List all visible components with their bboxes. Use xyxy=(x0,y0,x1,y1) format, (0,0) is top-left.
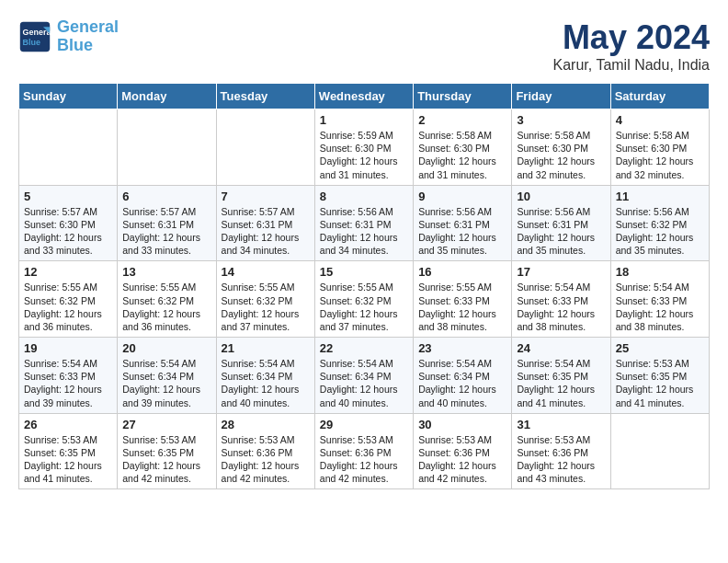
calendar-cell: 1Sunrise: 5:59 AM Sunset: 6:30 PM Daylig… xyxy=(314,109,413,186)
calendar-cell: 16Sunrise: 5:55 AM Sunset: 6:33 PM Dayli… xyxy=(414,261,512,338)
day-number: 20 xyxy=(122,341,210,355)
weekday-header-row: SundayMondayTuesdayWednesdayThursdayFrid… xyxy=(19,84,710,109)
logo: General Blue GeneralBlue xyxy=(18,18,119,55)
day-info: Sunrise: 5:57 AM Sunset: 6:30 PM Dayligh… xyxy=(24,205,112,258)
calendar-cell: 11Sunrise: 5:56 AM Sunset: 6:32 PM Dayli… xyxy=(610,185,709,261)
day-number: 29 xyxy=(320,418,408,431)
calendar-cell: 15Sunrise: 5:55 AM Sunset: 6:32 PM Dayli… xyxy=(314,261,413,338)
calendar-week-row: 1Sunrise: 5:59 AM Sunset: 6:30 PM Daylig… xyxy=(19,109,710,186)
day-info: Sunrise: 5:56 AM Sunset: 6:31 PM Dayligh… xyxy=(517,205,605,258)
calendar-cell: 25Sunrise: 5:53 AM Sunset: 6:35 PM Dayli… xyxy=(610,338,709,414)
day-info: Sunrise: 5:53 AM Sunset: 6:35 PM Dayligh… xyxy=(616,357,704,409)
calendar-cell: 2Sunrise: 5:58 AM Sunset: 6:30 PM Daylig… xyxy=(414,109,512,186)
day-info: Sunrise: 5:58 AM Sunset: 6:30 PM Dayligh… xyxy=(418,129,506,181)
calendar-cell: 5Sunrise: 5:57 AM Sunset: 6:30 PM Daylig… xyxy=(19,185,118,261)
day-info: Sunrise: 5:57 AM Sunset: 6:31 PM Dayligh… xyxy=(222,205,310,258)
day-info: Sunrise: 5:57 AM Sunset: 6:31 PM Dayligh… xyxy=(122,205,210,258)
calendar-cell: 24Sunrise: 5:54 AM Sunset: 6:35 PM Dayli… xyxy=(512,338,610,414)
day-number: 14 xyxy=(222,265,310,279)
svg-text:Blue: Blue xyxy=(23,38,41,47)
calendar-cell xyxy=(216,109,314,186)
day-info: Sunrise: 5:54 AM Sunset: 6:34 PM Dayligh… xyxy=(320,357,408,409)
calendar-cell: 14Sunrise: 5:55 AM Sunset: 6:32 PM Dayli… xyxy=(216,261,314,338)
day-info: Sunrise: 5:56 AM Sunset: 6:31 PM Dayligh… xyxy=(320,205,408,258)
day-number: 18 xyxy=(616,265,704,279)
day-info: Sunrise: 5:55 AM Sunset: 6:33 PM Dayligh… xyxy=(418,281,506,333)
day-number: 13 xyxy=(122,265,210,279)
day-number: 6 xyxy=(122,190,210,203)
day-number: 27 xyxy=(122,418,210,431)
day-number: 24 xyxy=(517,341,605,355)
weekday-header: Saturday xyxy=(610,84,709,109)
calendar-cell: 27Sunrise: 5:53 AM Sunset: 6:35 PM Dayli… xyxy=(118,413,216,489)
calendar-cell xyxy=(19,109,118,186)
title-block: May 2024 Karur, Tamil Nadu, India xyxy=(553,18,710,74)
day-number: 19 xyxy=(24,341,112,355)
day-info: Sunrise: 5:58 AM Sunset: 6:30 PM Dayligh… xyxy=(517,129,605,181)
weekday-header: Wednesday xyxy=(314,84,413,109)
calendar-cell: 29Sunrise: 5:53 AM Sunset: 6:36 PM Dayli… xyxy=(314,413,413,489)
day-number: 3 xyxy=(517,113,605,127)
logo-text: GeneralBlue xyxy=(57,18,119,55)
calendar-cell: 23Sunrise: 5:54 AM Sunset: 6:34 PM Dayli… xyxy=(414,338,512,414)
day-info: Sunrise: 5:55 AM Sunset: 6:32 PM Dayligh… xyxy=(222,281,310,333)
day-info: Sunrise: 5:58 AM Sunset: 6:30 PM Dayligh… xyxy=(616,129,704,181)
calendar-cell: 10Sunrise: 5:56 AM Sunset: 6:31 PM Dayli… xyxy=(512,185,610,261)
day-number: 10 xyxy=(517,190,605,203)
calendar-cell: 20Sunrise: 5:54 AM Sunset: 6:34 PM Dayli… xyxy=(118,338,216,414)
logo-icon: General Blue xyxy=(18,20,51,53)
day-number: 21 xyxy=(222,341,310,355)
day-number: 15 xyxy=(320,265,408,279)
day-number: 23 xyxy=(418,341,506,355)
day-info: Sunrise: 5:55 AM Sunset: 6:32 PM Dayligh… xyxy=(24,281,112,333)
day-info: Sunrise: 5:54 AM Sunset: 6:33 PM Dayligh… xyxy=(616,281,704,333)
day-number: 1 xyxy=(320,113,408,127)
calendar-cell: 26Sunrise: 5:53 AM Sunset: 6:35 PM Dayli… xyxy=(19,413,118,489)
day-info: Sunrise: 5:54 AM Sunset: 6:34 PM Dayligh… xyxy=(418,357,506,409)
day-info: Sunrise: 5:56 AM Sunset: 6:31 PM Dayligh… xyxy=(418,205,506,258)
day-number: 9 xyxy=(418,190,506,203)
day-info: Sunrise: 5:59 AM Sunset: 6:30 PM Dayligh… xyxy=(320,129,408,181)
calendar-cell: 22Sunrise: 5:54 AM Sunset: 6:34 PM Dayli… xyxy=(314,338,413,414)
location: Karur, Tamil Nadu, India xyxy=(553,57,710,74)
day-number: 30 xyxy=(418,418,506,431)
weekday-header: Monday xyxy=(118,84,216,109)
day-info: Sunrise: 5:54 AM Sunset: 6:33 PM Dayligh… xyxy=(24,357,112,409)
day-info: Sunrise: 5:53 AM Sunset: 6:35 PM Dayligh… xyxy=(122,433,210,486)
day-info: Sunrise: 5:53 AM Sunset: 6:36 PM Dayligh… xyxy=(222,433,310,486)
weekday-header: Thursday xyxy=(414,84,512,109)
calendar-cell: 17Sunrise: 5:54 AM Sunset: 6:33 PM Dayli… xyxy=(512,261,610,338)
calendar-cell: 8Sunrise: 5:56 AM Sunset: 6:31 PM Daylig… xyxy=(314,185,413,261)
day-number: 8 xyxy=(320,190,408,203)
calendar-cell: 31Sunrise: 5:53 AM Sunset: 6:36 PM Dayli… xyxy=(512,413,610,489)
calendar-cell: 3Sunrise: 5:58 AM Sunset: 6:30 PM Daylig… xyxy=(512,109,610,186)
day-number: 11 xyxy=(616,190,704,203)
page-header: General Blue GeneralBlue May 2024 Karur,… xyxy=(18,18,710,74)
weekday-header: Friday xyxy=(512,84,610,109)
day-info: Sunrise: 5:54 AM Sunset: 6:34 PM Dayligh… xyxy=(122,357,210,409)
day-info: Sunrise: 5:54 AM Sunset: 6:34 PM Dayligh… xyxy=(222,357,310,409)
day-info: Sunrise: 5:56 AM Sunset: 6:32 PM Dayligh… xyxy=(616,205,704,258)
day-number: 22 xyxy=(320,341,408,355)
day-info: Sunrise: 5:53 AM Sunset: 6:36 PM Dayligh… xyxy=(320,433,408,486)
day-number: 7 xyxy=(222,190,310,203)
calendar-cell: 28Sunrise: 5:53 AM Sunset: 6:36 PM Dayli… xyxy=(216,413,314,489)
day-number: 26 xyxy=(24,418,112,431)
day-number: 31 xyxy=(517,418,605,431)
day-number: 12 xyxy=(24,265,112,279)
day-number: 17 xyxy=(517,265,605,279)
calendar-cell: 30Sunrise: 5:53 AM Sunset: 6:36 PM Dayli… xyxy=(414,413,512,489)
day-number: 16 xyxy=(418,265,506,279)
calendar-week-row: 26Sunrise: 5:53 AM Sunset: 6:35 PM Dayli… xyxy=(19,413,710,489)
day-info: Sunrise: 5:55 AM Sunset: 6:32 PM Dayligh… xyxy=(320,281,408,333)
calendar-cell: 13Sunrise: 5:55 AM Sunset: 6:32 PM Dayli… xyxy=(118,261,216,338)
calendar-week-row: 12Sunrise: 5:55 AM Sunset: 6:32 PM Dayli… xyxy=(19,261,710,338)
day-info: Sunrise: 5:54 AM Sunset: 6:35 PM Dayligh… xyxy=(517,357,605,409)
day-number: 2 xyxy=(418,113,506,127)
calendar-cell: 19Sunrise: 5:54 AM Sunset: 6:33 PM Dayli… xyxy=(19,338,118,414)
weekday-header: Sunday xyxy=(19,84,118,109)
day-info: Sunrise: 5:55 AM Sunset: 6:32 PM Dayligh… xyxy=(122,281,210,333)
day-number: 28 xyxy=(222,418,310,431)
calendar-cell: 7Sunrise: 5:57 AM Sunset: 6:31 PM Daylig… xyxy=(216,185,314,261)
calendar-week-row: 5Sunrise: 5:57 AM Sunset: 6:30 PM Daylig… xyxy=(19,185,710,261)
